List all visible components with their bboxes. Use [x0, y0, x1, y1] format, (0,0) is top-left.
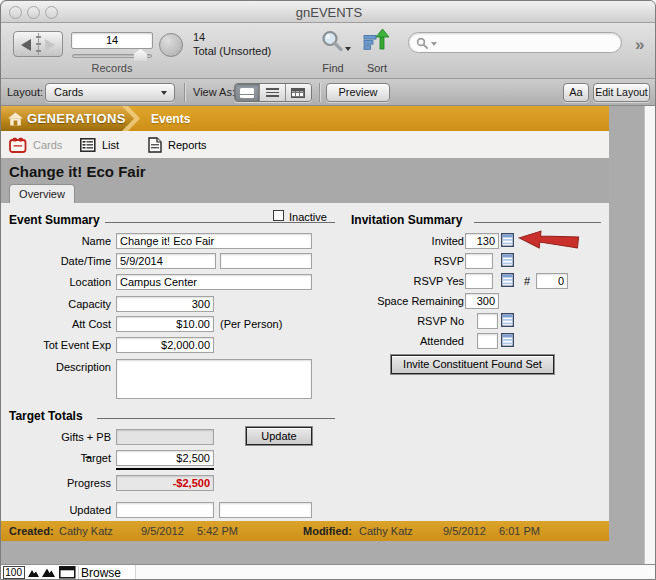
rsvp-yes-label: RSVP Yes: [331, 275, 464, 287]
toggle-toolbar-icon[interactable]: [59, 566, 76, 579]
att-cost-label: Att Cost: [9, 318, 111, 330]
records-label: Records: [65, 62, 159, 74]
rsvp-no-field[interactable]: [477, 313, 498, 329]
book-stitch: [36, 36, 41, 38]
invited-related-records-icon[interactable]: [501, 233, 514, 247]
description-field[interactable]: [116, 359, 312, 399]
mode-label[interactable]: Browse: [81, 566, 121, 580]
name-field[interactable]: Change it! Eco Fair: [116, 233, 312, 249]
overview-panel: Event Summary Inactive Name Change it! E…: [1, 203, 609, 521]
record-title-strip: Change it! Eco Fair Overview: [1, 158, 609, 203]
updated-field-2[interactable]: [219, 502, 312, 518]
edit-layout-button[interactable]: Edit Layout: [593, 83, 650, 102]
scrollbar-track[interactable]: [644, 106, 656, 564]
inactive-checkbox[interactable]: [273, 210, 284, 221]
status-toolbar: 14 Records 14 Total (Unsorted) Find: [1, 23, 656, 79]
updated-field-1[interactable]: [116, 502, 214, 518]
nav-item-list[interactable]: List: [80, 136, 119, 153]
sort-bars-icon: [363, 28, 390, 55]
event-summary-heading: Event Summary: [9, 213, 100, 227]
update-button[interactable]: Update: [246, 427, 312, 445]
next-record-icon[interactable]: [45, 39, 55, 51]
layout-select[interactable]: Cards: [45, 83, 175, 102]
time-field[interactable]: [220, 253, 312, 269]
progress-field: -$2,500: [116, 475, 214, 491]
reports-icon: [148, 137, 162, 153]
capacity-label: Capacity: [9, 298, 111, 310]
record-slider-thumb[interactable]: [134, 49, 147, 61]
att-cost-note: (Per Person): [220, 318, 282, 330]
target-field[interactable]: $2,500: [116, 450, 214, 466]
nav-cards-label: Cards: [33, 139, 62, 151]
view-list-button[interactable]: [260, 84, 285, 101]
page-title: Change it! Eco Fair: [9, 163, 146, 180]
modified-by: Cathy Katz: [359, 525, 413, 537]
zoom-out-icon[interactable]: [28, 567, 40, 579]
created-by: Cathy Katz: [59, 525, 113, 537]
rsvp-yes-count-field[interactable]: 0: [536, 273, 568, 289]
divider: [319, 83, 320, 102]
nav-item-reports[interactable]: Reports: [148, 136, 207, 153]
location-field[interactable]: Campus Center: [116, 274, 312, 290]
view-as-segmented-control: [234, 83, 312, 102]
created-label: Created:: [9, 525, 54, 537]
layout-select-value: Cards: [54, 86, 83, 98]
application-window: gnEVENTS 14 Records 14 Total (Unsorted): [0, 0, 656, 580]
invited-field[interactable]: 130: [465, 233, 499, 249]
view-table-button[interactable]: [286, 84, 311, 101]
layout-select-caret-icon: [161, 91, 167, 95]
attended-label: Attended: [331, 335, 464, 347]
attended-field[interactable]: [477, 333, 498, 349]
find-dropdown-caret-icon: [345, 47, 351, 51]
gifts-pb-field[interactable]: [116, 429, 214, 445]
view-form-button[interactable]: [235, 84, 260, 101]
brand-banner: GENERATIONS Events: [1, 106, 609, 131]
list-icon: [80, 138, 96, 152]
location-label: Location: [9, 276, 111, 288]
rsvp-field[interactable]: [465, 253, 493, 269]
tab-overview[interactable]: Overview: [9, 184, 75, 203]
layout-bar: Layout: Cards View As: Preview Aa Edit L…: [1, 79, 656, 106]
invited-label: Invited: [331, 235, 464, 247]
divider: [184, 83, 185, 102]
total-status: Total (Unsorted): [193, 44, 271, 58]
att-cost-field[interactable]: $10.00: [116, 316, 214, 332]
invitation-summary-heading: Invitation Summary: [351, 213, 462, 227]
capacity-field[interactable]: 300: [116, 296, 214, 312]
quick-find-input[interactable]: [408, 32, 622, 53]
tot-exp-field[interactable]: $2,000.00: [116, 337, 214, 353]
zoom-in-icon[interactable]: [42, 567, 56, 579]
find-button[interactable]: [319, 28, 346, 59]
zoom-level-box[interactable]: 100: [3, 566, 25, 579]
record-navigation-book[interactable]: [13, 31, 63, 57]
view-as-label: View As:: [193, 86, 235, 98]
breadcrumb: Events: [151, 112, 190, 126]
find-label: Find: [313, 62, 353, 74]
modified-label: Modified:: [303, 525, 352, 537]
formatting-bar-button[interactable]: Aa: [563, 83, 589, 102]
nav-item-cards[interactable]: Cards: [9, 136, 62, 153]
rsvp-label: RSVP: [331, 255, 464, 267]
nav-reports-label: Reports: [168, 139, 207, 151]
modified-time: 6:01 PM: [499, 525, 540, 537]
invite-constituent-found-set-button[interactable]: Invite Constituent Found Set: [391, 355, 554, 374]
layout-label: Layout:: [7, 86, 43, 98]
previous-record-icon[interactable]: [21, 39, 31, 51]
rsvp-yes-field[interactable]: [465, 273, 493, 289]
created-date: 9/5/2012: [141, 525, 184, 537]
book-stitch: [36, 50, 41, 52]
total-count: 14: [193, 30, 271, 44]
preview-button[interactable]: Preview: [326, 83, 390, 102]
rsvp-yes-related-records-icon[interactable]: [501, 273, 514, 287]
sort-button[interactable]: [363, 28, 390, 59]
section-rule: [97, 418, 335, 419]
toolbar-overflow-chevron-icon[interactable]: »: [635, 35, 644, 55]
current-record-input[interactable]: 14: [71, 32, 153, 49]
date-field[interactable]: 5/9/2014: [116, 253, 216, 269]
rsvp-no-related-records-icon[interactable]: [501, 313, 514, 327]
sort-label: Sort: [357, 62, 397, 74]
space-remaining-field: 300: [465, 293, 499, 309]
found-set-pie-button[interactable]: [159, 33, 183, 57]
attended-related-records-icon[interactable]: [501, 333, 514, 347]
rsvp-related-records-icon[interactable]: [501, 253, 514, 267]
